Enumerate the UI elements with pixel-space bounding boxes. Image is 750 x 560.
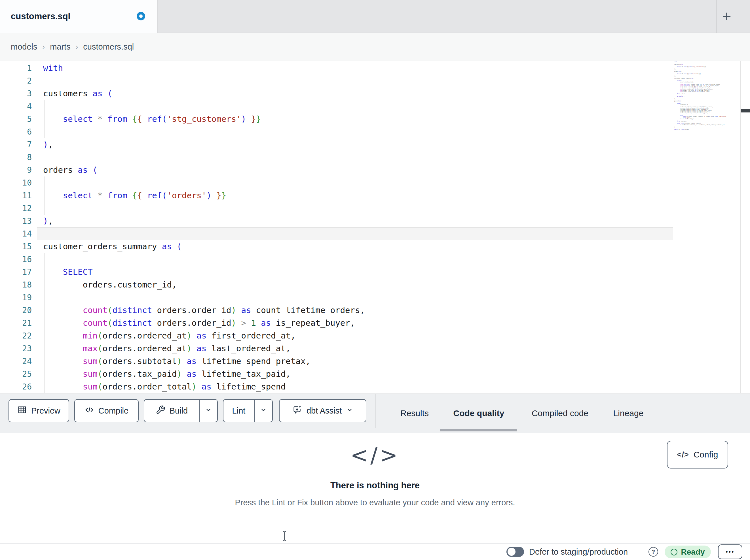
code-line[interactable]: 17 SELECT — [0, 266, 672, 278]
config-button[interactable]: </> Config — [667, 441, 728, 469]
breadcrumb-separator: › — [76, 42, 78, 51]
code-line[interactable]: 9orders as ( — [0, 164, 672, 177]
build-dropdown-button[interactable] — [199, 400, 217, 422]
code-line[interactable]: 12 — [0, 202, 672, 215]
status-badge-ready[interactable]: Ready — [665, 545, 711, 558]
preview-button[interactable]: Preview — [8, 399, 69, 422]
code-line[interactable]: 14 — [0, 227, 672, 240]
code-icon: </> — [0, 442, 750, 468]
toolbar-divider — [375, 394, 376, 428]
code-line[interactable]: 2 — [0, 75, 672, 87]
dbt-assist-label: dbt Assist — [307, 406, 342, 416]
code-line[interactable]: 22 min(orders.ordered_at) as first_order… — [0, 329, 672, 342]
code-line[interactable]: 15customer_orders_summary as ( — [0, 240, 672, 253]
new-tab-button[interactable]: + — [717, 7, 736, 25]
code-lines[interactable]: 1with23customers as (45 select * from {{… — [0, 62, 672, 393]
more-options-button[interactable]: ••• — [718, 544, 742, 559]
breadcrumb-item-customers-sql[interactable]: customers.sql — [83, 42, 134, 51]
build-button-group: Build — [144, 399, 218, 422]
lint-button[interactable]: Lint — [223, 400, 254, 422]
empty-state-title: There is nothing here — [0, 480, 750, 491]
compile-label: Compile — [98, 406, 129, 416]
preview-label: Preview — [31, 406, 60, 416]
code-line[interactable]: 13), — [0, 215, 672, 227]
breadcrumb-item-marts[interactable]: marts — [50, 42, 71, 51]
tab-customers-sql[interactable]: customers.sql — [0, 0, 158, 33]
scrollbar-thumb[interactable] — [741, 109, 750, 112]
code-quality-panel: </> There is nothing here Press the Lint… — [0, 433, 750, 543]
code-line[interactable]: 20 count(distinct orders.order_id) as co… — [0, 304, 672, 317]
code-icon: </> — [677, 450, 689, 459]
breadcrumb-bar: models › marts › customers.sql — [0, 33, 750, 61]
code-line[interactable]: 24 sum(orders.subtotal) as lifetime_spen… — [0, 355, 672, 368]
lint-button-group: Lint — [223, 399, 273, 422]
empty-state-subtitle: Press the Lint or Fix button above to ev… — [0, 498, 750, 507]
help-icon[interactable]: ? — [649, 547, 658, 557]
tab-code-quality[interactable]: Code quality — [440, 393, 517, 433]
config-label: Config — [694, 450, 718, 459]
build-label: Build — [170, 406, 188, 416]
status-circle-icon — [671, 549, 677, 556]
code-line[interactable]: 23 max(orders.ordered_at) as last_ordere… — [0, 342, 672, 355]
code-line[interactable]: 16 — [0, 253, 672, 266]
code-line[interactable]: 18 orders.customer_id, — [0, 278, 672, 291]
chevron-down-icon — [346, 406, 353, 416]
build-button[interactable]: Build — [144, 400, 199, 422]
lint-label: Lint — [232, 406, 245, 416]
code-line[interactable]: 10 — [0, 177, 672, 189]
code-line[interactable]: 19 — [0, 291, 672, 304]
code-line[interactable]: 26 sum(orders.order_total) as lifetime_s… — [0, 380, 672, 393]
table-icon — [17, 405, 27, 417]
defer-toggle[interactable] — [507, 547, 524, 557]
code-line[interactable]: 4 — [0, 100, 672, 113]
text-cursor-pointer — [280, 530, 289, 543]
assist-sparkle-chat-icon — [292, 405, 302, 417]
breadcrumb: models › marts › customers.sql — [11, 33, 134, 61]
tab-title: customers.sql — [11, 11, 70, 22]
code-line[interactable]: 6 — [0, 125, 672, 138]
code-line[interactable]: 8 — [0, 151, 672, 164]
breadcrumb-item-models[interactable]: models — [11, 42, 37, 51]
tabbar-divider — [716, 0, 716, 33]
dbt-ide-window: customers.sql + models › marts › custome… — [0, 0, 750, 560]
editor-toolbar: Preview Compile Build — [0, 393, 750, 433]
code-line[interactable]: 21 count(distinct orders.order_id) > 1 a… — [0, 317, 672, 329]
status-bar: Defer to staging/production ? Ready ••• — [0, 543, 750, 560]
code-line[interactable]: 7), — [0, 138, 672, 151]
code-line[interactable]: 25 sum(orders.tax_paid) as lifetime_tax_… — [0, 368, 672, 380]
ready-label: Ready — [681, 547, 705, 557]
toggle-knob — [508, 548, 515, 556]
tab-lineage[interactable]: Lineage — [612, 393, 645, 433]
code-editor[interactable]: 1with23customers as (45 select * from {{… — [0, 61, 750, 393]
wrench-icon — [156, 405, 165, 417]
code-line[interactable]: 5 select * from {{ ref('stg_customers') … — [0, 113, 672, 125]
dbt-assist-button[interactable]: dbt Assist — [279, 399, 366, 422]
code-line[interactable]: 11 select * from {{ ref('orders') }} — [0, 189, 672, 202]
tab-results[interactable]: Results — [399, 393, 430, 433]
lint-dropdown-button[interactable] — [254, 400, 272, 422]
minimap[interactable]: with customers as ( select * from {{ ref… — [674, 61, 740, 146]
tab-bar: customers.sql + — [0, 0, 750, 33]
breadcrumb-separator: › — [42, 42, 45, 51]
unsaved-indicator-dot — [137, 12, 145, 20]
code-line[interactable]: 3customers as ( — [0, 87, 672, 100]
compile-button[interactable]: Compile — [74, 399, 139, 422]
defer-label: Defer to staging/production — [529, 544, 628, 560]
tab-compiled-code[interactable]: Compiled code — [528, 393, 592, 433]
chevron-down-icon — [205, 406, 212, 416]
code-icon — [84, 405, 94, 417]
chevron-down-icon — [260, 406, 267, 416]
code-line[interactable]: 1with — [0, 62, 672, 75]
